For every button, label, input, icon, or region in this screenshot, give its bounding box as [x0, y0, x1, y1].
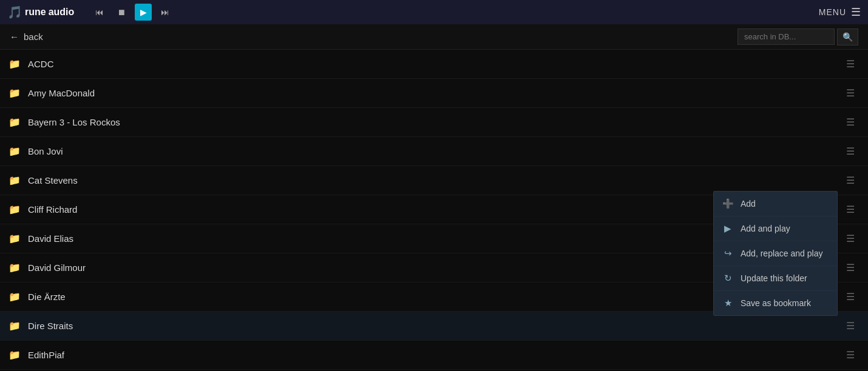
list-item-left: 📁 David Elias — [8, 233, 73, 244]
ctx-label: Save as bookmark — [741, 298, 811, 308]
list-item[interactable]: 📁 EdithPiaf ☰ — [0, 341, 868, 370]
item-label: Bon Jovi — [28, 146, 63, 156]
context-menu-trigger[interactable]: ☰ — [841, 85, 860, 101]
item-label: David Gilmour — [28, 262, 86, 273]
context-menu-trigger[interactable]: ☰ — [841, 259, 860, 276]
context-menu-item[interactable]: ▶ Add and play — [714, 216, 837, 241]
list-item-left: 📁 Amy MacDonald — [8, 87, 95, 99]
list-item-left: 📁 Cliff Richard — [8, 204, 77, 215]
search-input[interactable] — [737, 28, 835, 45]
ctx-icon: ↪ — [722, 248, 733, 259]
list-item-left: 📁 Bon Jovi — [8, 145, 63, 157]
context-menu-item[interactable]: ↻ Update this folder — [714, 266, 837, 291]
context-menu-item[interactable]: ↪ Add, replace and play — [714, 241, 837, 266]
folder-icon: 📁 — [8, 87, 21, 99]
list-item[interactable]: 📁 Amy MacDonald ☰ — [0, 79, 868, 108]
back-button[interactable]: ← back — [10, 32, 43, 42]
folder-icon: 📁 — [8, 349, 21, 361]
logo: 🎵 rune audio — [7, 5, 74, 19]
item-label: Cliff Richard — [28, 204, 77, 215]
context-menu: ➕ Add ▶ Add and play ↪ Add, replace and … — [713, 191, 838, 316]
item-label: Bayern 3 - Los Rockos — [28, 117, 120, 127]
logo-icon: 🎵 — [7, 5, 22, 19]
ctx-label: Add and play — [741, 224, 790, 233]
item-label: Die Ärzte — [28, 292, 66, 302]
context-menu-trigger[interactable]: ☰ — [841, 318, 860, 334]
topbar-left: 🎵 rune audio ⏮ ⏹ ▶ ⏭ — [7, 4, 174, 21]
list-item-left: 📁 Die Ärzte — [8, 291, 66, 302]
list-item-left: 📁 Bayern 3 - Los Rockos — [8, 116, 120, 128]
menu-label: MENU — [819, 7, 846, 17]
folder-icon: 📁 — [8, 116, 21, 128]
context-menu-item[interactable]: ★ Save as bookmark — [714, 291, 837, 315]
ctx-label: Update this folder — [741, 273, 807, 283]
list-item[interactable]: 📁 Dire Straits ☰ — [0, 312, 868, 341]
logo-audio: audio — [49, 7, 75, 18]
item-label: David Elias — [28, 233, 73, 244]
transport-controls: ⏮ ⏹ ▶ ⏭ — [91, 4, 174, 21]
folder-icon: 📁 — [8, 233, 21, 244]
folder-icon: 📁 — [8, 175, 21, 186]
ctx-icon: ➕ — [722, 198, 733, 209]
item-label: ACDC — [28, 59, 54, 69]
next-button[interactable]: ⏭ — [157, 4, 174, 21]
folder-icon: 📁 — [8, 58, 21, 70]
back-label: back — [24, 32, 43, 42]
folder-icon: 📁 — [8, 291, 21, 302]
ctx-icon: ↻ — [722, 273, 733, 284]
context-menu-trigger[interactable]: ☰ — [841, 114, 860, 130]
context-menu-trigger[interactable]: ☰ — [841, 347, 860, 363]
item-label: Amy MacDonald — [28, 88, 95, 98]
back-arrow-icon: ← — [10, 32, 19, 42]
play-button[interactable]: ▶ — [135, 4, 152, 21]
context-menu-trigger[interactable]: ☰ — [841, 56, 860, 72]
menu-icon-button[interactable]: ☰ — [851, 5, 861, 19]
list-item[interactable]: 📁 Bayern 3 - Los Rockos ☰ — [0, 108, 868, 137]
logo-rune: rune — [25, 7, 46, 18]
context-menu-trigger[interactable]: ☰ — [841, 172, 860, 189]
list-item[interactable]: 📁 Bon Jovi ☰ — [0, 137, 868, 166]
list-item[interactable]: 📁 ACDC ☰ — [0, 50, 868, 79]
search-right: 🔍 — [737, 28, 858, 45]
list-item-left: 📁 ACDC — [8, 58, 54, 70]
item-label: Dire Straits — [28, 321, 73, 331]
ctx-icon: ▶ — [722, 223, 733, 234]
ctx-label: Add — [741, 199, 756, 209]
context-menu-trigger[interactable]: ☰ — [841, 230, 860, 247]
item-label: Cat Stevens — [28, 175, 78, 186]
folder-icon: 📁 — [8, 320, 21, 332]
searchbar: ← back 🔍 — [0, 24, 868, 50]
ctx-label: Add, replace and play — [741, 249, 822, 258]
context-menu-trigger[interactable]: ☰ — [841, 289, 860, 305]
list-item-left: 📁 David Gilmour — [8, 262, 86, 273]
list-item-left: 📁 Cat Stevens — [8, 175, 78, 186]
folder-icon: 📁 — [8, 262, 21, 273]
folder-icon: 📁 — [8, 145, 21, 157]
search-button[interactable]: 🔍 — [837, 28, 858, 45]
list-item-left: 📁 EdithPiaf — [8, 349, 64, 361]
topbar: 🎵 rune audio ⏮ ⏹ ▶ ⏭ MENU ☰ — [0, 0, 868, 24]
ctx-icon: ★ — [722, 298, 733, 309]
item-label: EdithPiaf — [28, 350, 64, 360]
context-menu-item[interactable]: ➕ Add — [714, 192, 837, 216]
folder-icon: 📁 — [8, 204, 21, 215]
context-menu-trigger[interactable]: ☰ — [841, 201, 860, 218]
prev-button[interactable]: ⏮ — [91, 4, 108, 21]
topbar-right: MENU ☰ — [819, 5, 861, 19]
stop-button[interactable]: ⏹ — [113, 4, 130, 21]
list-item-left: 📁 Dire Straits — [8, 320, 73, 332]
context-menu-trigger[interactable]: ☰ — [841, 143, 860, 159]
